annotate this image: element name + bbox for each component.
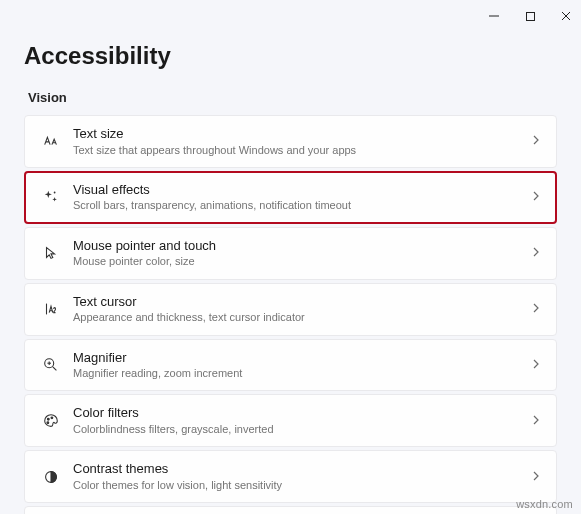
text-size-icon: [35, 132, 67, 150]
item-title: Visual effects: [73, 182, 530, 198]
item-narrator[interactable]: ? Narrator Voice, verbosity, keyboard, b…: [24, 506, 557, 514]
chevron-right-icon: [530, 300, 542, 318]
svg-point-10: [47, 418, 49, 420]
chevron-right-icon: [530, 468, 542, 486]
item-subtitle: Mouse pointer color, size: [73, 254, 530, 268]
svg-rect-1: [526, 12, 534, 20]
item-title: Text size: [73, 126, 530, 142]
minimize-button[interactable]: [485, 7, 503, 25]
item-title: Magnifier: [73, 350, 530, 366]
chevron-right-icon: [530, 188, 542, 206]
contrast-themes-icon: [35, 468, 67, 486]
text-cursor-icon: [35, 300, 67, 318]
chevron-right-icon: [530, 356, 542, 374]
item-subtitle: Text size that appears throughout Window…: [73, 143, 530, 157]
item-title: Contrast themes: [73, 461, 530, 477]
item-mouse-pointer[interactable]: Mouse pointer and touch Mouse pointer co…: [24, 227, 557, 280]
item-subtitle: Scroll bars, transparency, animations, n…: [73, 198, 530, 212]
item-text-cursor[interactable]: Text cursor Appearance and thickness, te…: [24, 283, 557, 336]
item-title: Text cursor: [73, 294, 530, 310]
svg-point-11: [51, 417, 53, 419]
svg-point-4: [54, 192, 56, 194]
item-magnifier[interactable]: Magnifier Magnifier reading, zoom increm…: [24, 339, 557, 392]
visual-effects-icon: [35, 188, 67, 206]
item-title: Mouse pointer and touch: [73, 238, 530, 254]
svg-line-7: [53, 367, 57, 371]
item-subtitle: Appearance and thickness, text cursor in…: [73, 310, 530, 324]
item-color-filters[interactable]: Color filters Colorblindness filters, gr…: [24, 394, 557, 447]
magnifier-icon: [35, 356, 67, 374]
item-subtitle: Magnifier reading, zoom increment: [73, 366, 530, 380]
item-subtitle: Colorblindness filters, grayscale, inver…: [73, 422, 530, 436]
item-subtitle: Color themes for low vision, light sensi…: [73, 478, 530, 492]
item-visual-effects[interactable]: Visual effects Scroll bars, transparency…: [24, 171, 557, 224]
close-button[interactable]: [557, 7, 575, 25]
item-contrast-themes[interactable]: Contrast themes Color themes for low vis…: [24, 450, 557, 503]
item-text-size[interactable]: Text size Text size that appears through…: [24, 115, 557, 168]
color-filters-icon: [35, 412, 67, 430]
chevron-right-icon: [530, 132, 542, 150]
mouse-pointer-icon: [35, 244, 67, 262]
chevron-right-icon: [530, 412, 542, 430]
maximize-button[interactable]: [521, 7, 539, 25]
item-title: Color filters: [73, 405, 530, 421]
page-title: Accessibility: [24, 42, 557, 70]
section-label: Vision: [28, 90, 557, 105]
settings-list: Text size Text size that appears through…: [24, 115, 557, 514]
chevron-right-icon: [530, 244, 542, 262]
watermark: wsxdn.com: [516, 498, 573, 510]
svg-point-12: [47, 422, 49, 424]
window-titlebar: [0, 0, 581, 32]
